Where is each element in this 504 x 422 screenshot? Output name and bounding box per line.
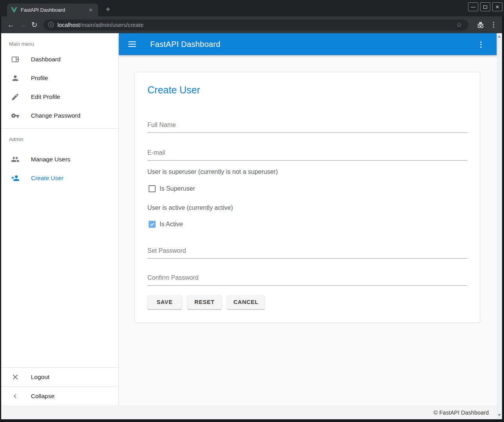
dashboard-icon [11, 55, 20, 64]
sidebar-item-manage-users[interactable]: Manage Users [1, 150, 118, 169]
back-button[interactable]: ← [5, 19, 17, 31]
vue-logo-icon [11, 7, 17, 13]
sidebar-item-logout[interactable]: Logout [1, 368, 118, 386]
checkmark-icon [149, 222, 155, 227]
browser-toolbar: ← → ↻ ⓘ localhost/main/admin/users/creat… [1, 16, 502, 33]
form-buttons: SAVE RESET CANCEL [147, 295, 467, 309]
people-icon [11, 155, 20, 164]
tab-strip: FastAPI Dashboard ✕ + — ✕ [0, 0, 504, 16]
address-bar[interactable]: ⓘ localhost/main/admin/users/create ☆ [43, 20, 468, 30]
sidebar-item-edit-profile[interactable]: Edit Profile [1, 88, 118, 106]
maximize-icon [483, 5, 487, 9]
cancel-button[interactable]: CANCEL [227, 295, 265, 309]
superuser-checkbox-label: Is Superuser [160, 185, 195, 192]
browser-menu-icon[interactable]: ⋮ [489, 21, 498, 29]
superuser-note: User is superuser (currently is not a su… [147, 168, 467, 175]
sidebar-item-label: Create User [31, 175, 64, 182]
pencil-icon [11, 92, 20, 102]
person-icon [11, 73, 20, 83]
sidebar-section-admin: Admin [1, 129, 118, 145]
url-path: /main/admin/users/create [80, 22, 143, 28]
active-checkbox-row[interactable]: Is Active [147, 220, 467, 228]
sidebar-section-main-menu: Main menu [1, 33, 118, 50]
sidebar-item-label: Edit Profile [31, 93, 60, 100]
superuser-checkbox-row[interactable]: Is Superuser [147, 185, 467, 193]
sidebar-item-label: Profile [31, 75, 48, 82]
sidebar-item-label: Manage Users [31, 156, 70, 163]
browser-tab[interactable]: FastAPI Dashboard ✕ [7, 4, 98, 16]
minimize-button[interactable]: — [468, 2, 478, 11]
incognito-icon [475, 21, 486, 29]
hamburger-menu-icon[interactable] [128, 41, 136, 47]
sidebar-item-collapse[interactable]: Collapse [1, 387, 118, 406]
sidebar-item-dashboard[interactable]: Dashboard [1, 50, 118, 69]
bookmark-star-icon[interactable]: ☆ [454, 21, 465, 29]
main-area: FastAPI Dashboard ⋮ Create User User is [119, 33, 497, 406]
url-host: localhost [57, 22, 80, 28]
confirm-password-input[interactable] [147, 274, 467, 285]
forward-button[interactable]: → [17, 19, 29, 31]
app-bar: FastAPI Dashboard ⋮ [119, 33, 497, 55]
set-password-field-wrap [147, 247, 467, 259]
person-add-icon [11, 173, 20, 183]
set-password-input[interactable] [147, 247, 467, 258]
sidebar-item-label: Collapse [31, 393, 54, 400]
full-name-input[interactable] [147, 121, 467, 132]
close-tab-icon[interactable]: ✕ [87, 7, 94, 14]
page-body: Create User User is superuser (currently… [119, 55, 497, 406]
card-title: Create User [147, 84, 467, 96]
sidebar-item-label: Change Password [31, 112, 81, 119]
scroll-up-icon[interactable] [498, 36, 501, 38]
sidebar-item-profile[interactable]: Profile [1, 69, 118, 88]
maximize-button[interactable] [480, 2, 490, 11]
sidebar-item-change-password[interactable]: Change Password [1, 106, 118, 125]
copyright-text: © FastAPI Dashboard [434, 409, 489, 416]
confirm-password-field-wrap [147, 274, 467, 286]
superuser-checkbox[interactable] [149, 185, 156, 192]
app-title: FastAPI Dashboard [150, 40, 221, 49]
page-content: Main menu Dashboard Pro [1, 33, 502, 419]
active-checkbox[interactable] [149, 221, 156, 228]
active-checkbox-label: Is Active [160, 221, 183, 228]
sidebar-item-label: Dashboard [31, 56, 61, 63]
sidebar-item-create-user[interactable]: Create User [1, 169, 118, 188]
scroll-down-icon[interactable] [498, 414, 501, 416]
full-name-field-wrap [147, 121, 467, 133]
window-controls: — ✕ [468, 2, 502, 11]
url-text[interactable]: localhost/main/admin/users/create [57, 22, 454, 28]
create-user-card: Create User User is superuser (currently… [135, 72, 480, 323]
footer: © FastAPI Dashboard [1, 406, 497, 419]
app-menu-icon[interactable]: ⋮ [476, 40, 486, 49]
save-button[interactable]: SAVE [147, 295, 182, 309]
tab-title: FastAPI Dashboard [21, 7, 87, 13]
email-field-wrap [147, 149, 467, 161]
site-info-icon[interactable]: ⓘ [48, 21, 54, 29]
reset-button[interactable]: RESET [187, 295, 222, 309]
browser-window: FastAPI Dashboard ✕ + — ✕ ← → ↻ ⓘ localh… [0, 0, 504, 422]
chevron-left-icon [11, 392, 20, 401]
reload-button[interactable]: ↻ [29, 19, 40, 31]
sidebar: Main menu Dashboard Pro [1, 33, 119, 406]
sidebar-item-label: Logout [31, 374, 49, 381]
email-input[interactable] [147, 149, 467, 160]
close-icon [11, 372, 20, 382]
key-icon [11, 111, 20, 120]
close-window-button[interactable]: ✕ [492, 2, 502, 11]
active-note: User is active (currently active) [147, 204, 467, 211]
vertical-scrollbar[interactable] [497, 33, 502, 419]
new-tab-button[interactable]: + [102, 4, 113, 15]
